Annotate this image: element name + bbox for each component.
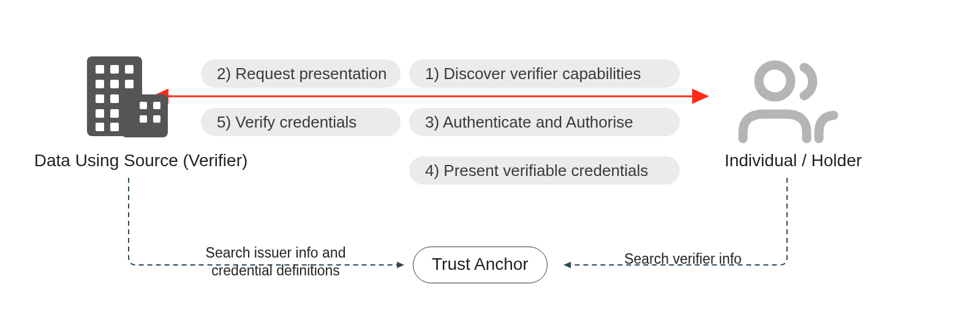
- svg-point-0: [759, 65, 791, 97]
- step-5-pill: 5) Verify credentials: [201, 108, 401, 136]
- step-2-pill: 2) Request presentation: [201, 59, 401, 88]
- left-edge-label-line1: Search issuer info and: [206, 245, 346, 261]
- right-edge-label: Search verifier info: [612, 250, 753, 268]
- verifier-label: Data Using Source (Verifier): [24, 151, 257, 170]
- left-edge-label-line2: credential definitions: [211, 262, 340, 278]
- step-1-pill: 1) Discover verifier capabilities: [409, 59, 680, 88]
- diagram-canvas: Data Using Source (Verifier) Individual …: [0, 0, 980, 314]
- trust-anchor-node: Trust Anchor: [413, 247, 548, 283]
- holder-label: Individual / Holder: [707, 151, 879, 170]
- people-icon: [732, 54, 842, 152]
- left-edge-label: Search issuer info and credential defini…: [181, 244, 371, 280]
- step-3-pill: 3) Authenticate and Authorise: [409, 108, 680, 136]
- step-4-pill: 4) Present verifiable credentials: [409, 156, 680, 185]
- buildings-icon: [87, 56, 170, 142]
